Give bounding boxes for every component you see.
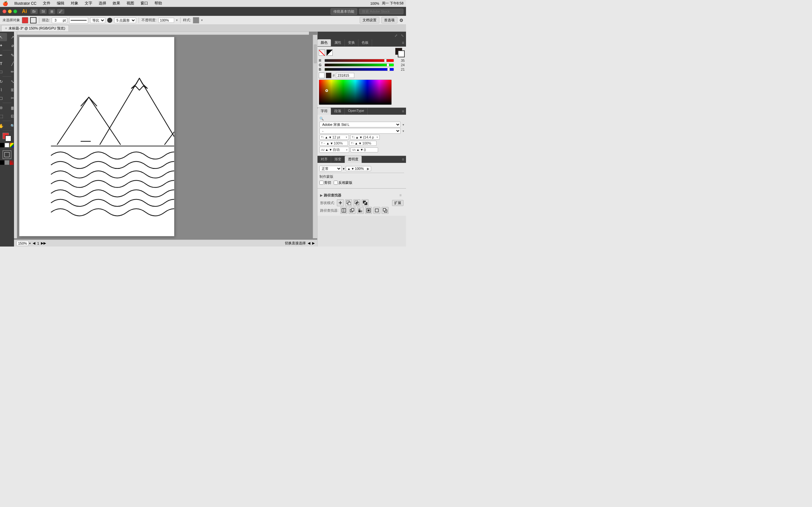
kern-arrow[interactable]: ▾: [346, 148, 348, 152]
stroke-color-fill[interactable]: [0, 160, 4, 165]
free-transform-tool[interactable]: ⊞: [7, 86, 14, 94]
menu-file[interactable]: 文件: [42, 0, 52, 7]
color-picker[interactable]: [319, 79, 392, 105]
trim-button[interactable]: [349, 207, 356, 214]
menu-view[interactable]: 视图: [125, 0, 136, 7]
line-tool[interactable]: ╱: [7, 59, 14, 67]
char-tab[interactable]: 字符: [317, 108, 331, 115]
collapse-panel-icon[interactable]: ⤡: [400, 33, 405, 38]
menu-illustrator[interactable]: Illustrator CC: [13, 1, 38, 6]
black-swatch[interactable]: [0, 143, 4, 147]
stroke-line-style[interactable]: [69, 17, 88, 23]
color-icon-swap[interactable]: [326, 49, 333, 56]
adobe-stock-search[interactable]: [359, 9, 403, 14]
rectangle-tool[interactable]: □: [0, 67, 7, 76]
align-tab[interactable]: 对齐: [317, 156, 331, 163]
rotate-tool[interactable]: ↻: [0, 77, 7, 86]
lead-arrow[interactable]: ▾: [376, 135, 378, 139]
clip-checkbox[interactable]: [319, 181, 323, 185]
style-swatch[interactable]: [193, 17, 199, 23]
white-swatch-panel[interactable]: [319, 72, 324, 78]
white-swatch[interactable]: [5, 143, 9, 147]
size-up-icon[interactable]: ▲: [325, 135, 328, 139]
blend-arrow[interactable]: ▾: [343, 167, 345, 170]
panel-menu-icon[interactable]: ≡: [400, 39, 406, 46]
b-slider[interactable]: [324, 68, 394, 71]
kern-field[interactable]: AV ▲ ▼ 自动 ▾: [319, 147, 349, 153]
nav-next[interactable]: ▶▶: [41, 241, 46, 245]
vscale-field[interactable]: T↑ ▲ ▼ 100%: [349, 141, 376, 146]
divide-button[interactable]: [340, 207, 347, 214]
lasso-tool[interactable]: ⌀: [7, 41, 14, 49]
none-color-icon[interactable]: [319, 49, 325, 56]
symbol-sprayer-tool[interactable]: ❊: [0, 104, 7, 112]
font-variant-select[interactable]: -: [319, 128, 401, 134]
menu-help[interactable]: 帮助: [153, 0, 163, 7]
opacity-down-icon[interactable]: ▼: [351, 167, 354, 170]
stroke-dash-select[interactable]: 5 点圆形: [114, 17, 136, 23]
align-panel-menu[interactable]: ≡: [400, 156, 406, 163]
artboard-view-btn[interactable]: [3, 150, 11, 159]
hand-tool[interactable]: ✋: [0, 122, 7, 130]
stroke-dot-icon[interactable]: [107, 18, 112, 23]
artboard-tool[interactable]: ⬚: [0, 112, 7, 120]
zoom-level[interactable]: 150%: [16, 241, 29, 246]
paragraph-tab[interactable]: 段落: [331, 108, 345, 115]
opacity-arrow[interactable]: ▾: [176, 18, 177, 22]
slice-tool[interactable]: ⊟: [7, 112, 14, 120]
minus-back-button[interactable]: [382, 207, 389, 214]
prefs-button[interactable]: 首选项: [381, 17, 397, 23]
font-variant-arrow[interactable]: ▾: [403, 129, 404, 133]
track-down-icon[interactable]: ▼: [360, 148, 363, 152]
warp-tool[interactable]: ⌇: [0, 86, 7, 94]
g-slider-thumb[interactable]: [387, 63, 389, 66]
stroke-width-input[interactable]: 3: [53, 18, 63, 22]
menu-text[interactable]: 文字: [84, 0, 94, 7]
opacity-value-field[interactable]: ▲ ▼ 100% ▶: [346, 166, 371, 171]
menu-edit[interactable]: 编辑: [55, 0, 66, 7]
artboard[interactable]: [19, 37, 174, 236]
swatch-tab[interactable]: 色板: [358, 39, 372, 46]
fill-color-swatch[interactable]: [22, 17, 28, 23]
menu-effect[interactable]: 效果: [111, 0, 121, 7]
document-tab[interactable]: ✕ 未标题-3* @ 150% (RGB/GPU 预览): [1, 25, 69, 32]
stock-button[interactable]: St: [40, 9, 47, 14]
stroke-color-swatch[interactable]: [30, 17, 37, 23]
vs-down-icon[interactable]: ▼: [358, 142, 362, 145]
color-tab[interactable]: 颜色: [317, 39, 331, 46]
opentype-tab[interactable]: OpenType: [345, 108, 368, 115]
menu-object[interactable]: 对象: [69, 0, 80, 7]
blend-mode-select[interactable]: 正常: [319, 166, 342, 171]
minimize-window-button[interactable]: [8, 9, 12, 13]
expand-panel-icon[interactable]: ⤢: [393, 33, 398, 38]
maximize-window-button[interactable]: [13, 9, 17, 13]
subtract-shape-button[interactable]: [345, 199, 352, 206]
scale-tool[interactable]: ⤡: [7, 77, 14, 86]
pathfinder-expand-icon[interactable]: ▶: [320, 193, 322, 197]
vertical-scrollbar[interactable]: [313, 35, 317, 238]
tracking-field[interactable]: VA ▲ ▼ 0: [351, 147, 378, 153]
transform-tab[interactable]: 变换: [345, 39, 358, 46]
hscale-field[interactable]: T→ ▲ ▼ 100%: [319, 141, 348, 146]
fill-none[interactable]: [5, 160, 9, 165]
lead-up-icon[interactable]: ▲: [356, 135, 359, 139]
invert-checkbox[interactable]: [334, 181, 338, 185]
leading-field[interactable]: T↨ ▲ ▼ (14.4 p ▾: [350, 135, 380, 140]
add-anchor-tool[interactable]: ✎: [7, 51, 14, 59]
eraser-tool[interactable]: ◻: [0, 94, 7, 102]
merge-button[interactable]: [357, 207, 364, 214]
make-mask-button[interactable]: 制作蒙版: [319, 174, 334, 179]
track-up-icon[interactable]: ▲: [357, 148, 360, 152]
magic-wand-tool[interactable]: ✦: [0, 41, 7, 49]
column-graph-tool[interactable]: ▦: [7, 104, 14, 112]
kern-down-icon[interactable]: ▼: [329, 148, 332, 152]
workspace-dropdown[interactable]: 传统基本功能: [331, 8, 357, 15]
scroll-thumb-v[interactable]: [314, 44, 317, 63]
font-arrow-icon[interactable]: ▾: [403, 123, 404, 126]
opacity-up-icon[interactable]: ▲: [347, 167, 351, 170]
opacity-expand-icon[interactable]: ▶: [367, 167, 369, 170]
zoom-tool[interactable]: 🔍: [7, 122, 14, 130]
hs-down-icon[interactable]: ▼: [330, 142, 333, 145]
color-icon-small[interactable]: [10, 160, 14, 165]
expand-button[interactable]: 扩展: [392, 200, 403, 206]
